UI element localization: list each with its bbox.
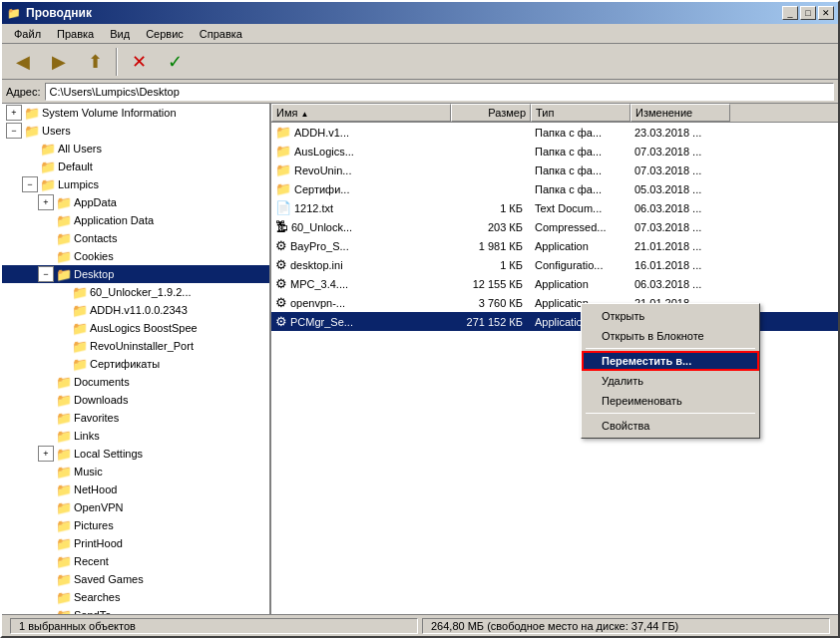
menu-bar: Файл Правка Вид Сервис Справка — [2, 24, 838, 44]
tree-item-lumpics[interactable]: −📁Lumpics — [2, 175, 269, 193]
file-type-4: Text Docum... — [531, 200, 630, 216]
tree-item-revo[interactable]: 📁RevoUninstaller_Port — [2, 337, 269, 355]
tree-label-system-volume: System Volume Information — [42, 107, 177, 119]
tree-item-recent[interactable]: 📁Recent — [2, 552, 269, 570]
file-name-text-10: PCMgr_Se... — [290, 316, 353, 328]
folder-icon-downloads: 📁 — [56, 392, 72, 408]
col-header-name[interactable]: Имя ▲ — [271, 104, 451, 122]
folder-icon-local-settings: 📁 — [56, 446, 72, 462]
tree-item-searches[interactable]: 📁Searches — [2, 588, 269, 606]
main-area: +📁System Volume Information−📁Users📁All U… — [2, 104, 838, 614]
file-type-0: Папка с фа... — [531, 125, 630, 141]
tree-label-users: Users — [42, 125, 71, 137]
ctx-separator-4 — [586, 413, 755, 414]
tree-item-saved-games[interactable]: 📁Saved Games — [2, 570, 269, 588]
tree-item-default[interactable]: 📁Default — [2, 158, 269, 175]
tree-expander-appdata[interactable]: + — [38, 194, 54, 210]
tree-item-system-volume[interactable]: +📁System Volume Information — [2, 104, 269, 122]
menu-help[interactable]: Справка — [192, 26, 250, 42]
confirm-button[interactable]: ✓ — [158, 47, 192, 77]
menu-edit[interactable]: Правка — [49, 26, 102, 42]
tree-expander-system-volume[interactable]: + — [6, 105, 22, 121]
close-button[interactable]: ✕ — [818, 6, 834, 20]
col-header-size[interactable]: Размер — [451, 104, 531, 122]
tree-item-music[interactable]: 📁Music — [2, 463, 269, 480]
col-header-date[interactable]: Изменение — [630, 104, 730, 122]
tree-item-pictures[interactable]: 📁Pictures — [2, 516, 269, 534]
tree-expander-lumpics[interactable]: − — [22, 176, 38, 192]
tree-label-cookies: Cookies — [74, 250, 114, 262]
back-button[interactable]: ◀ — [6, 47, 40, 77]
tree-item-openvpn[interactable]: 📁OpenVPN — [2, 498, 269, 516]
tree-item-desktop[interactable]: −📁Desktop — [2, 265, 269, 283]
context-menu: ОткрытьОткрыть в БлокнотеПереместить в..… — [581, 303, 760, 439]
ctx-item-rename[interactable]: Переименовать — [582, 391, 759, 411]
folder-icon-desktop: 📁 — [56, 266, 72, 282]
tree-item-sertif[interactable]: 📁Сертификаты — [2, 355, 269, 373]
ctx-item-delete[interactable]: Удалить — [582, 371, 759, 391]
menu-file[interactable]: Файл — [6, 26, 49, 42]
file-icon-6: ⚙ — [275, 238, 287, 253]
tree-label-auslogics: AusLogics BoostSpee — [90, 322, 198, 334]
tree-item-local-settings[interactable]: +📁Local Settings — [2, 445, 269, 463]
tree-expander-users[interactable]: − — [6, 123, 22, 139]
tree-item-sendto[interactable]: 📁SendTo — [2, 606, 269, 614]
file-row-0[interactable]: 📁 ADDH.v1... Папка с фа... 23.03.2018 ..… — [271, 123, 838, 142]
tree-item-application-data[interactable]: 📁Application Data — [2, 211, 269, 229]
ctx-item-properties[interactable]: Свойства — [582, 416, 759, 436]
tree-label-links: Links — [74, 430, 100, 442]
file-row-4[interactable]: 📄 1212.txt 1 КБ Text Docum... 06.03.2018… — [271, 198, 838, 217]
file-name-5: 🗜 60_Unlock... — [271, 217, 451, 236]
tree-item-links[interactable]: 📁Links — [2, 427, 269, 445]
tree-item-contacts[interactable]: 📁Contacts — [2, 229, 269, 247]
file-row-6[interactable]: ⚙ BayPro_S... 1 981 КБ Application 21.01… — [271, 236, 838, 255]
tree-item-downloads[interactable]: 📁Downloads — [2, 391, 269, 409]
folder-icon-users: 📁 — [24, 123, 40, 139]
file-size-10: 271 152 КБ — [451, 314, 531, 330]
file-row-3[interactable]: 📁 Сертифи... Папка с фа... 05.03.2018 ..… — [271, 179, 838, 198]
tree-item-printhood[interactable]: 📁PrintHood — [2, 534, 269, 552]
tree-item-cookies[interactable]: 📁Cookies — [2, 247, 269, 265]
file-name-text-8: MPC_3.4.... — [290, 278, 348, 290]
file-type-8: Application — [531, 276, 630, 292]
tree-item-users[interactable]: −📁Users — [2, 122, 269, 140]
title-bar-left: 📁 Проводник — [6, 5, 92, 21]
tree-item-addh[interactable]: 📁ADDH.v11.0.0.2343 — [2, 301, 269, 319]
file-row-8[interactable]: ⚙ MPC_3.4.... 12 155 КБ Application 06.0… — [271, 274, 838, 293]
file-row-7[interactable]: ⚙ desktop.ini 1 КБ Configuratio... 16.01… — [271, 255, 838, 274]
tree-item-auslogics[interactable]: 📁AusLogics BoostSpee — [2, 319, 269, 337]
folder-icon-sertif: 📁 — [72, 356, 88, 372]
tree-item-favorites[interactable]: 📁Favorites — [2, 409, 269, 427]
tree-expander-desktop[interactable]: − — [38, 266, 54, 282]
tree-item-all-users[interactable]: 📁All Users — [2, 140, 269, 158]
folder-icon-music: 📁 — [56, 464, 72, 479]
tree-expander-local-settings[interactable]: + — [38, 446, 54, 462]
delete-button[interactable]: ✕ — [122, 47, 156, 77]
address-input[interactable] — [45, 83, 834, 101]
tree-item-nethood[interactable]: 📁NetHood — [2, 480, 269, 498]
ctx-item-open-notepad[interactable]: Открыть в Блокноте — [582, 326, 759, 346]
file-size-1 — [451, 150, 531, 154]
file-size-0 — [451, 131, 531, 135]
file-row-1[interactable]: 📁 AusLogics... Папка с фа... 07.03.2018 … — [271, 142, 838, 160]
file-name-text-3: Сертифи... — [294, 183, 349, 195]
file-name-7: ⚙ desktop.ini — [271, 255, 451, 274]
file-date-4: 06.03.2018 ... — [630, 200, 730, 216]
up-button[interactable]: ⬆ — [78, 47, 112, 77]
tree-item-appdata[interactable]: +📁AppData — [2, 193, 269, 211]
menu-tools[interactable]: Сервис — [138, 26, 192, 42]
file-icon-3: 📁 — [275, 181, 291, 196]
forward-button[interactable]: ▶ — [42, 47, 76, 77]
menu-view[interactable]: Вид — [102, 26, 138, 42]
file-date-2: 07.03.2018 ... — [630, 162, 730, 178]
minimize-button[interactable]: _ — [782, 6, 798, 20]
col-header-type[interactable]: Тип — [531, 104, 630, 122]
ctx-item-move-to[interactable]: Переместить в... — [582, 351, 759, 371]
file-name-text-1: AusLogics... — [294, 146, 354, 158]
ctx-item-open[interactable]: Открыть — [582, 306, 759, 326]
file-row-5[interactable]: 🗜 60_Unlock... 203 КБ Compressed... 07.0… — [271, 217, 838, 236]
tree-item-documents[interactable]: 📁Documents — [2, 373, 269, 391]
file-row-2[interactable]: 📁 RevoUnin... Папка с фа... 07.03.2018 .… — [271, 160, 838, 179]
tree-item-60-unlocker[interactable]: 📁60_Unlocker_1.9.2... — [2, 283, 269, 301]
maximize-button[interactable]: □ — [800, 6, 816, 20]
